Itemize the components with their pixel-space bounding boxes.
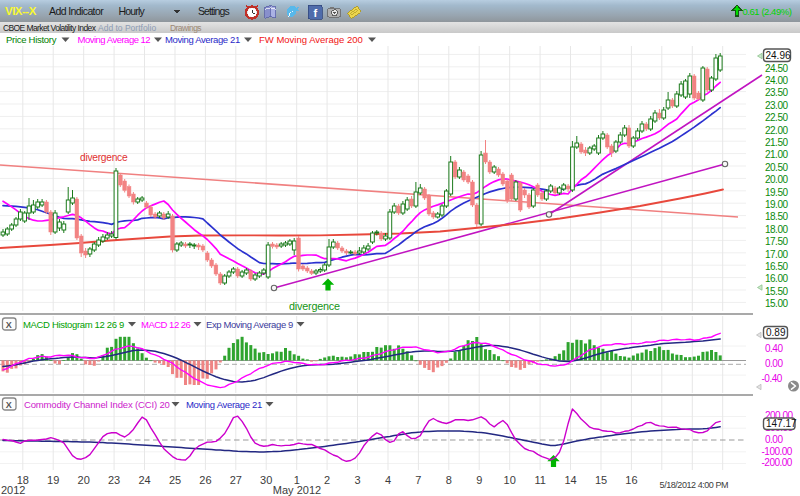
svg-text:9: 9 xyxy=(476,474,482,486)
svg-text:Drawings: Drawings xyxy=(170,23,201,33)
svg-text:10: 10 xyxy=(504,474,516,486)
svg-text:-200.00: -200.00 xyxy=(762,457,793,468)
svg-text:Price History: Price History xyxy=(6,34,57,45)
svg-text:15.50: 15.50 xyxy=(765,286,788,297)
svg-text:24.00: 24.00 xyxy=(765,75,788,86)
svg-text:19.50: 19.50 xyxy=(765,187,788,198)
svg-text:2: 2 xyxy=(324,474,330,486)
svg-text:7: 7 xyxy=(415,474,421,486)
svg-text:divergence: divergence xyxy=(80,152,128,163)
svg-text:Add Indicator: Add Indicator xyxy=(49,5,104,17)
svg-text:0.89: 0.89 xyxy=(766,327,786,338)
svg-text:18.50: 18.50 xyxy=(765,211,788,222)
svg-text:20.00: 20.00 xyxy=(765,174,788,185)
svg-text:23.50: 23.50 xyxy=(765,87,788,98)
svg-text:8: 8 xyxy=(446,474,452,486)
svg-text:3: 3 xyxy=(354,474,360,486)
svg-text:20: 20 xyxy=(78,474,90,486)
svg-text:22.50: 22.50 xyxy=(765,112,788,123)
svg-text:MACD 12 26: MACD 12 26 xyxy=(141,319,191,330)
svg-text:24: 24 xyxy=(138,474,150,486)
svg-text:15: 15 xyxy=(595,474,607,486)
svg-text:24.50: 24.50 xyxy=(765,63,788,74)
svg-text:11: 11 xyxy=(534,474,545,486)
svg-text:0.00: 0.00 xyxy=(765,434,783,445)
svg-text:4: 4 xyxy=(385,474,391,486)
svg-text:26: 26 xyxy=(199,474,211,486)
svg-text:-100.00: -100.00 xyxy=(762,446,793,457)
svg-text:16: 16 xyxy=(625,474,637,486)
svg-text:0.00: 0.00 xyxy=(765,358,783,369)
svg-text:19.00: 19.00 xyxy=(765,199,788,210)
svg-text:147.17: 147.17 xyxy=(766,418,797,429)
svg-text:Moving Average 21: Moving Average 21 xyxy=(165,34,240,45)
svg-text:Moving Average 12: Moving Average 12 xyxy=(78,34,151,45)
svg-text:23: 23 xyxy=(108,474,120,486)
svg-text:16.50: 16.50 xyxy=(765,261,788,272)
svg-text:Exp Moving Average 9: Exp Moving Average 9 xyxy=(206,319,293,330)
svg-text:0.40: 0.40 xyxy=(765,343,783,354)
svg-text:May 2012: May 2012 xyxy=(273,484,321,496)
svg-text:18.00: 18.00 xyxy=(765,224,788,235)
svg-text:Hourly: Hourly xyxy=(119,5,146,17)
svg-text:22.00: 22.00 xyxy=(765,125,788,136)
svg-text:divergence: divergence xyxy=(289,300,340,312)
svg-text:-0.40: -0.40 xyxy=(762,373,783,384)
svg-text:21.00: 21.00 xyxy=(765,149,788,160)
svg-text:X: X xyxy=(6,320,12,330)
svg-text:2012: 2012 xyxy=(1,484,25,496)
svg-text:Moving Average 21: Moving Average 21 xyxy=(186,399,262,410)
svg-text:17.50: 17.50 xyxy=(765,236,788,247)
svg-text:VIX--X: VIX--X xyxy=(5,5,37,17)
svg-text:17.00: 17.00 xyxy=(765,249,788,260)
svg-text:15.00: 15.00 xyxy=(765,298,788,309)
svg-text:27: 27 xyxy=(230,474,242,486)
svg-text:23.00: 23.00 xyxy=(765,100,788,111)
svg-text:0.61 (2.49%): 0.61 (2.49%) xyxy=(743,6,792,17)
svg-text:CBOE Market Volatility Index: CBOE Market Volatility Index xyxy=(3,23,97,33)
svg-text:f: f xyxy=(314,7,318,19)
svg-text:Settings: Settings xyxy=(198,5,229,17)
svg-text:25: 25 xyxy=(169,474,181,486)
svg-text:16.00: 16.00 xyxy=(765,273,788,284)
svg-text:FW Moving Average 200: FW Moving Average 200 xyxy=(259,34,363,45)
svg-text:19: 19 xyxy=(47,474,59,486)
svg-text:Add to Portfolio: Add to Portfolio xyxy=(98,23,156,33)
svg-text:5/18/2012 4:00 PM: 5/18/2012 4:00 PM xyxy=(660,480,728,490)
svg-text:X: X xyxy=(6,400,12,410)
svg-text:21.50: 21.50 xyxy=(765,137,788,148)
svg-text:24.96: 24.96 xyxy=(766,50,791,61)
svg-text:14: 14 xyxy=(564,474,576,486)
svg-text:Commodity Channel Index (CCI): Commodity Channel Index (CCI) 20 xyxy=(24,399,170,410)
svg-text:20.50: 20.50 xyxy=(765,162,788,173)
svg-text:MACD Histogram 12 26 9: MACD Histogram 12 26 9 xyxy=(23,319,124,330)
svg-text:30: 30 xyxy=(260,474,272,486)
